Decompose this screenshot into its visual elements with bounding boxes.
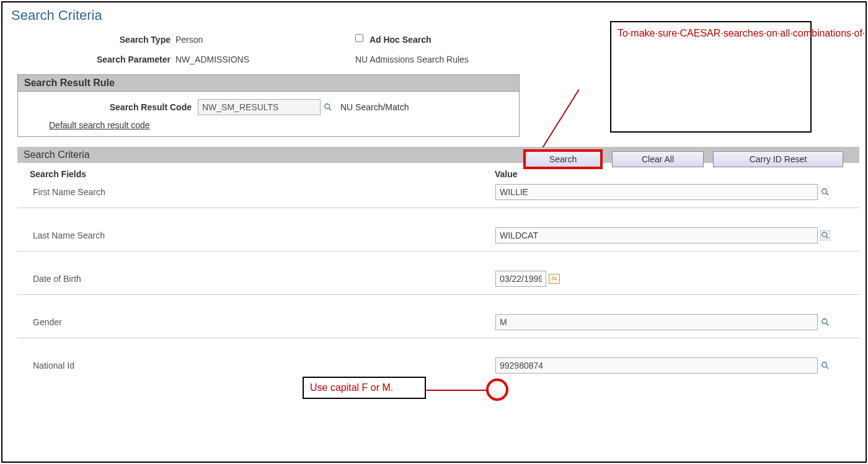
search-parameter-value: NW_ADMISSIONS [175,55,355,64]
adhoc-checkbox[interactable] [355,34,363,42]
default-result-code-link[interactable]: Default search result code [49,120,150,130]
first-name-input[interactable] [495,184,818,200]
search-parameter-desc: NU Admissions Search Rules [355,55,469,64]
result-code-label: Search Result Code [24,102,198,112]
annotation-circle [486,379,508,401]
svg-point-4 [822,232,827,237]
annotation-gender: Use capital F or M. [303,377,426,399]
svg-line-1 [329,108,332,111]
gender-input[interactable] [495,314,818,330]
result-code-input[interactable] [198,99,321,115]
search-type-value: Person [175,35,355,45]
gender-label: Gender [33,317,495,327]
svg-line-5 [826,236,829,239]
lookup-icon[interactable] [820,317,830,327]
search-result-rule-box: Search Result Rule Search Result Code NU… [17,74,520,137]
clear-all-button[interactable]: Clear All [612,151,704,167]
search-result-rule-header: Search Result Rule [18,75,519,92]
dob-label: Date of Birth [33,274,495,284]
result-code-desc: NU Search/Match [340,102,409,112]
svg-line-7 [826,323,829,325]
search-fields-col-header: Search Fields [30,169,495,179]
search-criteria-body: Search Fields Value First Name Search La… [17,163,859,382]
svg-point-0 [325,104,330,109]
first-name-label: First Name Search [33,187,495,197]
search-parameter-label: Search Parameter [17,55,175,64]
svg-point-2 [822,189,827,194]
svg-point-6 [822,318,827,323]
adhoc-label: Ad Hoc Search [370,35,432,45]
svg-point-8 [822,362,827,367]
calendar-icon[interactable]: 31 [549,274,560,284]
annotation-line [426,390,487,391]
svg-line-9 [826,367,829,369]
lookup-icon[interactable] [820,361,830,370]
lookup-icon[interactable] [323,102,333,112]
national-id-label: National Id [33,361,495,370]
annotation-top: To·make·sure·CAESAR·searches·on·all·comb… [610,21,812,133]
lookup-icon[interactable] [820,187,830,197]
dob-input[interactable] [495,271,546,287]
search-type-label: Search Type [17,35,175,45]
national-id-input[interactable] [495,357,818,374]
carry-id-reset-button[interactable]: Carry ID Reset [713,151,843,167]
lookup-icon[interactable] [820,230,830,240]
search-button[interactable]: Search [523,149,603,169]
last-name-label: Last Name Search [33,230,495,240]
last-name-input[interactable] [495,227,818,243]
svg-line-3 [826,193,829,196]
